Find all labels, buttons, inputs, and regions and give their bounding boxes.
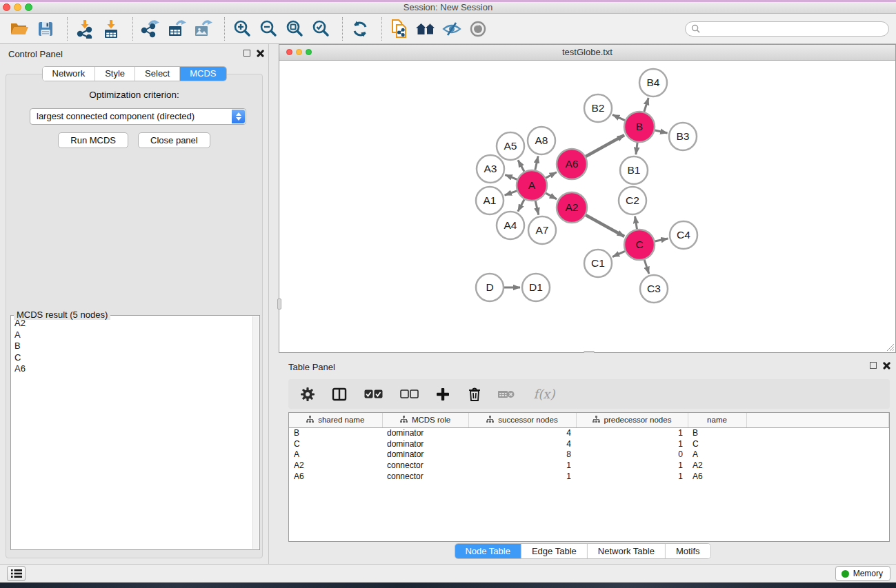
table-settings-button[interactable] bbox=[299, 386, 316, 403]
close-network-button[interactable] bbox=[286, 49, 292, 55]
column-header-mcds-role[interactable]: MCDS role bbox=[382, 413, 468, 427]
result-item-a6[interactable]: A6 bbox=[12, 363, 251, 375]
table-row[interactable]: A6connector11A6 bbox=[289, 471, 889, 482]
tab-network[interactable]: Network bbox=[42, 67, 95, 81]
table-cell[interactable]: A bbox=[688, 449, 746, 460]
graph-node-B1[interactable]: B1 bbox=[620, 156, 648, 184]
minimize-network-button[interactable] bbox=[296, 49, 302, 55]
zoom-selected-button[interactable] bbox=[310, 18, 332, 40]
graph-edge-A-A4[interactable] bbox=[518, 199, 524, 211]
table-cell[interactable]: 0 bbox=[576, 449, 688, 460]
table-cell[interactable]: 1 bbox=[576, 471, 688, 482]
table-cell[interactable]: A2 bbox=[688, 460, 746, 471]
table-cell[interactable]: B bbox=[289, 427, 382, 438]
zoom-fit-button[interactable] bbox=[283, 18, 306, 40]
table-cell[interactable]: dominator bbox=[382, 438, 468, 449]
graph-node-B4[interactable]: B4 bbox=[639, 69, 667, 97]
maximize-window-button[interactable] bbox=[25, 3, 32, 11]
network-window-titlebar[interactable]: testGlobe.txt bbox=[279, 45, 895, 61]
graph-node-A3[interactable]: A3 bbox=[477, 155, 504, 183]
float-panel-icon[interactable] bbox=[243, 50, 250, 57]
tab-style[interactable]: Style bbox=[95, 67, 135, 81]
table-cell[interactable]: 4 bbox=[468, 427, 576, 438]
home-button[interactable] bbox=[415, 18, 437, 40]
graph-node-A4[interactable]: A4 bbox=[497, 212, 524, 239]
table-row[interactable]: Bdominator41B bbox=[289, 427, 889, 438]
export-network-button[interactable] bbox=[139, 18, 161, 40]
close-panel-button[interactable]: Close panel bbox=[138, 132, 210, 148]
open-session-button[interactable] bbox=[8, 18, 30, 40]
graph-edge-A-A2[interactable] bbox=[546, 193, 557, 199]
resize-grip-icon[interactable] bbox=[885, 342, 895, 352]
graph-edge-C-C4[interactable] bbox=[655, 239, 668, 241]
graph-edge-C-C1[interactable] bbox=[613, 251, 625, 256]
graph-node-C2[interactable]: C2 bbox=[619, 187, 646, 214]
table-cell[interactable] bbox=[746, 427, 889, 438]
table-cell[interactable] bbox=[746, 471, 889, 482]
close-window-button[interactable] bbox=[3, 3, 10, 11]
graph-edge-A-A8[interactable] bbox=[535, 156, 538, 170]
graph-edge-B-B2[interactable] bbox=[613, 114, 625, 120]
graph-edge-A6-B[interactable] bbox=[586, 135, 624, 156]
minimize-window-button[interactable] bbox=[14, 3, 21, 11]
result-item-a2[interactable]: A2 bbox=[12, 318, 251, 330]
table-cell[interactable]: 1 bbox=[468, 460, 576, 471]
graph-edge-B-B1[interactable] bbox=[636, 143, 637, 154]
table-cell[interactable]: 1 bbox=[576, 460, 688, 471]
search-field[interactable] bbox=[685, 21, 889, 37]
table-cell[interactable]: 4 bbox=[468, 438, 576, 449]
table-cell[interactable]: 8 bbox=[468, 449, 576, 460]
select-all-button[interactable] bbox=[363, 386, 384, 403]
table-cell[interactable]: dominator bbox=[382, 449, 468, 460]
float-table-panel-icon[interactable] bbox=[870, 362, 877, 369]
result-item-a[interactable]: A bbox=[12, 330, 251, 341]
import-network-button[interactable] bbox=[74, 18, 96, 40]
graph-edge-C-C3[interactable] bbox=[644, 260, 649, 274]
clone-network-button[interactable] bbox=[388, 18, 410, 40]
graph-edge-C-C2[interactable] bbox=[635, 216, 637, 230]
table-cell[interactable]: A6 bbox=[289, 471, 382, 482]
graph-edge-A-A5[interactable] bbox=[518, 160, 524, 172]
tab-network-table[interactable]: Network Table bbox=[588, 544, 666, 558]
table-row[interactable]: A2connector11A2 bbox=[289, 460, 889, 471]
table-cell[interactable] bbox=[746, 438, 889, 449]
graph-node-A5[interactable]: A5 bbox=[497, 132, 524, 160]
zoom-in-button[interactable] bbox=[231, 18, 253, 40]
tab-edge-table[interactable]: Edge Table bbox=[521, 544, 588, 558]
create-column-button[interactable] bbox=[435, 386, 451, 403]
table-row[interactable]: Cdominator41C bbox=[289, 438, 889, 449]
result-item-c[interactable]: C bbox=[12, 352, 251, 364]
table-cell[interactable]: dominator bbox=[382, 427, 468, 438]
table-cell[interactable]: 1 bbox=[468, 471, 576, 482]
graph-edge-A-A3[interactable] bbox=[505, 175, 517, 180]
show-column-button[interactable] bbox=[331, 386, 348, 403]
table-cell[interactable]: 1 bbox=[576, 427, 688, 438]
tab-node-table[interactable]: Node Table bbox=[455, 544, 521, 558]
graph-edge-A-A7[interactable] bbox=[535, 201, 539, 214]
graph-node-C[interactable]: C bbox=[624, 230, 655, 260]
task-history-button[interactable] bbox=[7, 566, 26, 581]
close-table-panel-icon[interactable] bbox=[883, 361, 890, 369]
column-header-name[interactable]: name bbox=[688, 413, 746, 427]
graph-node-D1[interactable]: D1 bbox=[522, 274, 550, 301]
column-header-predecessor-nodes[interactable]: predecessor nodes bbox=[576, 413, 688, 427]
graph-node-B2[interactable]: B2 bbox=[584, 94, 612, 122]
graph-node-A1[interactable]: A1 bbox=[476, 187, 504, 214]
vertical-splitter-handle[interactable] bbox=[277, 298, 281, 310]
table-header-row[interactable]: shared name MCDS role successor nodes pr… bbox=[289, 413, 889, 427]
export-table-button[interactable] bbox=[166, 18, 188, 40]
table-cell[interactable]: connector bbox=[382, 460, 468, 471]
network-graph[interactable]: B4B2BB3A8A5A6A3B1AA1C2A2A4A7C4CC1DD1C3 bbox=[279, 61, 895, 352]
table-cell[interactable]: B bbox=[688, 427, 746, 438]
memory-button[interactable]: Memory bbox=[835, 566, 890, 581]
save-session-button[interactable] bbox=[34, 18, 57, 40]
maximize-network-button[interactable] bbox=[306, 49, 312, 55]
graph-node-C3[interactable]: C3 bbox=[640, 275, 668, 303]
result-item-b[interactable]: B bbox=[12, 341, 251, 352]
close-panel-icon[interactable] bbox=[257, 49, 264, 57]
network-canvas[interactable]: B4B2BB3A8A5A6A3B1AA1C2A2A4A7C4CC1DD1C3 bbox=[279, 61, 895, 352]
search-input[interactable] bbox=[704, 23, 883, 34]
show-graphics-button[interactable] bbox=[467, 18, 489, 40]
table-cell[interactable]: C bbox=[289, 438, 382, 449]
table-cell[interactable]: A2 bbox=[289, 460, 382, 471]
